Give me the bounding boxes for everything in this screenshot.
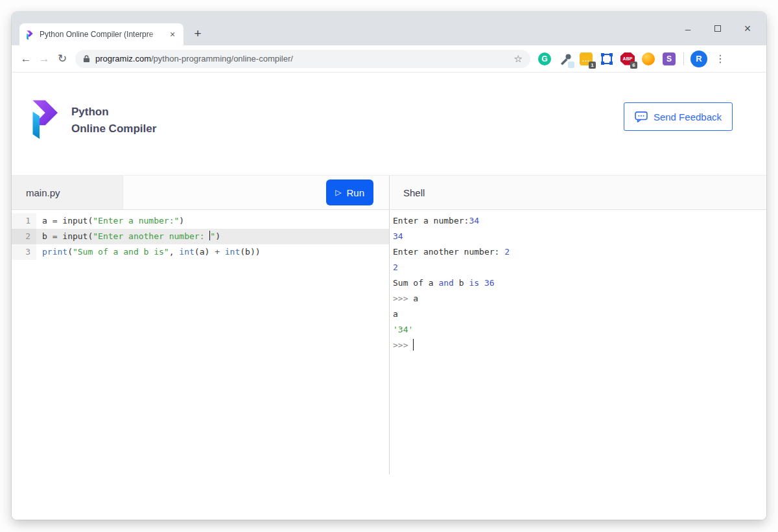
minimize-button[interactable]: – <box>673 12 703 45</box>
browser-navbar: ← → ↻ programiz.com/python-programming/o… <box>12 45 766 73</box>
url-path: /python-programming/online-compiler/ <box>151 54 293 64</box>
shell-line[interactable]: a <box>393 306 766 322</box>
page-content: Python Online Compiler Send Feedback mai… <box>12 73 766 520</box>
browser-menu-icon[interactable]: ⋮ <box>710 52 731 65</box>
toolbar-middle: ▷ Run <box>123 176 389 209</box>
line-number: 2 <box>12 229 36 244</box>
extension-colorzilla[interactable] <box>558 51 573 67</box>
lock-icon <box>83 54 90 63</box>
url-domain: programiz.com <box>95 54 151 64</box>
site-header: Python Online Compiler Send Feedback <box>12 73 766 175</box>
code-line[interactable]: 3print("Sum of a and b is", int(a) + int… <box>12 244 389 260</box>
stylish-icon: S <box>663 52 676 65</box>
tab-close-icon[interactable]: × <box>167 29 178 40</box>
grammarly-icon: G <box>538 52 551 65</box>
ide-toolbar: main.py ▷ Run Shell <box>12 175 766 210</box>
programiz-logo-icon <box>26 95 62 140</box>
new-tab-button[interactable]: + <box>189 25 206 42</box>
bookmark-star-icon[interactable]: ☆ <box>510 53 526 65</box>
tab-title: Python Online Compiler (Interpre <box>40 30 167 39</box>
extension-notes[interactable]: ... 1 <box>578 51 594 67</box>
ide-panes: 1a = input("Enter a number:")2b = input(… <box>12 210 766 474</box>
code-text: a = input("Enter a number:") <box>36 213 184 229</box>
reload-button[interactable]: ↻ <box>53 50 71 68</box>
text-cursor <box>413 339 414 351</box>
browser-titlebar: Python Online Compiler (Interpre × + – × <box>12 12 766 45</box>
programiz-favicon-icon <box>25 29 34 40</box>
code-text: b = input("Enter another number: ") <box>36 229 389 244</box>
extensions-row: G ... 1 ABP <box>534 51 731 67</box>
frame-grid-icon <box>600 52 613 65</box>
extension-adblock-plus[interactable]: ABP 6 <box>620 51 635 67</box>
brand-line-1: Python <box>71 104 156 121</box>
browser-tab[interactable]: Python Online Compiler (Interpre × <box>19 23 183 45</box>
brand-text: Python Online Compiler <box>71 104 156 137</box>
back-button[interactable]: ← <box>17 50 35 68</box>
shell-line[interactable]: Sum of a and b is 36 <box>393 275 766 291</box>
shell-line[interactable]: 34 <box>393 229 766 244</box>
send-feedback-label: Send Feedback <box>654 111 722 122</box>
forward-button[interactable]: → <box>35 50 53 68</box>
line-number: 3 <box>12 244 36 260</box>
page-footer-space <box>12 474 766 520</box>
code-editor[interactable]: 1a = input("Enter a number:")2b = input(… <box>12 210 389 474</box>
brand[interactable]: Python Online Compiler <box>26 95 156 140</box>
maximize-button[interactable] <box>703 12 733 45</box>
address-bar[interactable]: programiz.com/python-programming/online-… <box>75 50 530 68</box>
brand-line-2: Online Compiler <box>71 121 156 137</box>
shell-line[interactable]: 2 <box>393 260 766 275</box>
shell-line[interactable]: Enter a number:34 <box>393 213 766 229</box>
profile-avatar[interactable]: R <box>690 51 707 67</box>
browser-window: Python Online Compiler (Interpre × + – ×… <box>12 12 766 520</box>
code-line[interactable]: 2b = input("Enter another number: ") <box>12 229 389 244</box>
shell-line[interactable]: >>> a <box>393 291 766 306</box>
shell-output[interactable]: Enter a number:3434Enter another number:… <box>389 210 766 474</box>
send-feedback-button[interactable]: Send Feedback <box>624 102 733 131</box>
window-controls: – × <box>673 12 762 45</box>
play-icon: ▷ <box>335 188 341 197</box>
shell-line[interactable]: >>> <box>393 338 766 353</box>
extension-stylish[interactable]: S <box>661 51 677 67</box>
shell-line[interactable]: '34' <box>393 322 766 338</box>
colorzilla-badge <box>568 62 574 68</box>
maximize-icon <box>714 25 721 32</box>
close-button[interactable]: × <box>733 12 762 45</box>
notes-badge: 1 <box>589 62 596 69</box>
url-text: programiz.com/python-programming/online-… <box>95 54 293 64</box>
code-line[interactable]: 1a = input("Enter a number:") <box>12 213 389 229</box>
run-button[interactable]: ▷ Run <box>326 179 373 205</box>
run-label: Run <box>346 187 364 198</box>
shell-header: Shell <box>389 176 766 209</box>
extension-orange[interactable] <box>641 51 656 67</box>
line-number: 1 <box>12 213 36 229</box>
chat-bubble-icon <box>635 111 648 122</box>
extension-grammarly[interactable]: G <box>537 51 552 67</box>
code-text: print("Sum of a and b is", int(a) + int(… <box>36 244 261 260</box>
toolbar-separator <box>683 52 684 65</box>
abp-badge: 6 <box>630 62 637 69</box>
extension-page-ruler[interactable] <box>599 51 615 67</box>
orange-circle-icon <box>642 52 655 65</box>
shell-line[interactable]: Enter another number: 2 <box>393 244 766 260</box>
file-tab-mainpy[interactable]: main.py <box>12 176 123 209</box>
